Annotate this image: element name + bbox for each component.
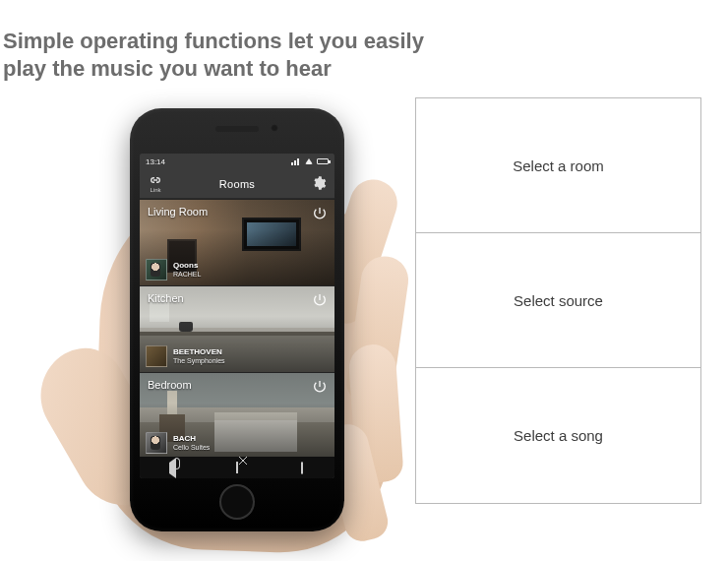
room-name: Kitchen — [148, 292, 184, 304]
room-list[interactable]: Living Room Qoons RACHEL — [140, 199, 334, 457]
link-button[interactable]: Link — [148, 175, 163, 193]
app-title: Rooms — [219, 178, 255, 190]
album-art — [146, 345, 167, 367]
phone-camera — [271, 124, 278, 132]
link-icon — [148, 175, 163, 185]
room-name: Living Room — [148, 206, 208, 218]
now-playing-title: The Symphonies — [173, 357, 225, 364]
gear-icon — [311, 182, 327, 193]
now-playing[interactable]: BEETHOVEN The Symphonies — [146, 345, 225, 367]
now-playing-artist: BEETHOVEN — [173, 348, 225, 356]
wifi-icon — [305, 158, 313, 164]
album-art — [146, 432, 167, 454]
phone-mockup: 13:14 Link Rooms — [130, 108, 344, 531]
status-bar: 13:14 — [140, 154, 334, 169]
home-icon — [236, 463, 238, 473]
battery-icon — [317, 158, 329, 164]
step-select-room[interactable]: Select a room — [416, 98, 700, 233]
settings-button[interactable] — [311, 175, 327, 193]
signal-icon — [291, 158, 301, 165]
step-select-source[interactable]: Select source — [416, 233, 700, 368]
now-playing-artist: Qoons — [173, 262, 201, 270]
back-icon — [169, 463, 176, 473]
phone-speaker — [215, 126, 259, 132]
recent-apps-icon — [301, 463, 303, 473]
power-button[interactable] — [311, 379, 329, 397]
now-playing-title: Cello Suites — [173, 444, 210, 451]
android-nav-bar — [140, 457, 334, 478]
power-icon — [312, 292, 328, 310]
page-headline: Simple operating functions let you easil… — [3, 28, 424, 82]
now-playing[interactable]: Qoons RACHEL — [146, 259, 201, 280]
power-button[interactable] — [311, 206, 329, 223]
headline-line-1: Simple operating functions let you easil… — [3, 28, 424, 55]
android-recent-button[interactable] — [295, 461, 309, 474]
android-home-button[interactable] — [230, 461, 244, 474]
now-playing[interactable]: BACH Cello Suites — [146, 432, 210, 454]
app-bar: Link Rooms — [140, 169, 334, 199]
step-label: Select source — [514, 292, 603, 309]
status-time: 13:14 — [146, 157, 165, 166]
room-card-living-room[interactable]: Living Room Qoons RACHEL — [140, 199, 334, 285]
phone-home-button[interactable] — [219, 484, 255, 520]
headline-line-2: play the music you want to hear — [3, 55, 424, 83]
power-icon — [312, 379, 328, 397]
phone-screen: 13:14 Link Rooms — [140, 154, 334, 478]
room-name: Bedroom — [148, 379, 192, 391]
now-playing-title: RACHEL — [173, 271, 201, 278]
now-playing-artist: BACH — [173, 435, 210, 443]
step-list: Select a room Select source Select a son… — [415, 97, 701, 504]
step-label: Select a room — [513, 157, 604, 174]
power-icon — [312, 206, 328, 223]
link-label: Link — [150, 187, 160, 193]
room-card-kitchen[interactable]: Kitchen BEETHOVEN The Symphonies — [140, 285, 334, 372]
step-select-song[interactable]: Select a song — [416, 368, 700, 503]
album-art — [146, 259, 167, 280]
step-label: Select a song — [514, 427, 603, 444]
android-back-button[interactable] — [165, 461, 179, 474]
power-button[interactable] — [311, 292, 329, 310]
room-card-bedroom[interactable]: Bedroom BACH Cello Suites — [140, 372, 334, 457]
